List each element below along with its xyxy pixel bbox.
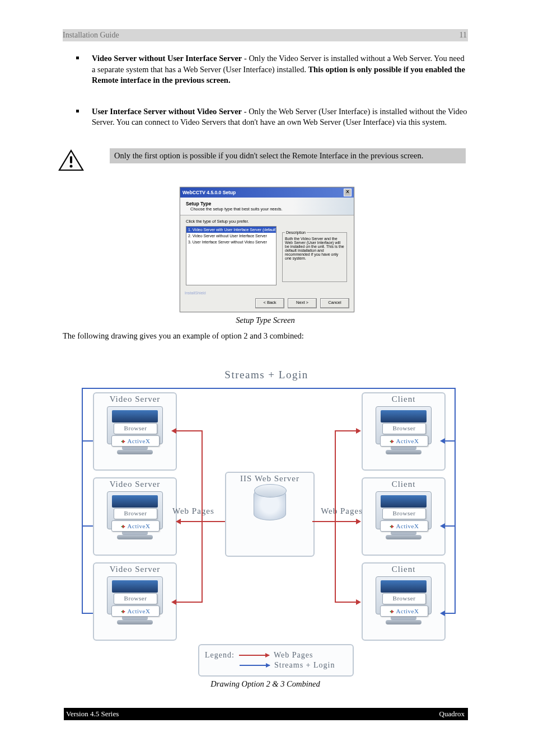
arrow-icon [171, 599, 176, 605]
header-bar [63, 29, 468, 41]
connector-line [444, 613, 456, 614]
svg-rect-1 [70, 156, 72, 163]
setup-window: WebCCTV 4.5.0.0 Setup X Setup Type Choos… [180, 187, 354, 312]
legend-box: Legend: Web Pages Streams + Login [198, 644, 354, 677]
arrow-icon [440, 438, 445, 444]
header-page-number: 11 [460, 31, 467, 40]
connector-line [455, 388, 456, 442]
header-left: Installation Guide [63, 31, 119, 40]
setup-option-selected[interactable]: 1. Video Server with User Interface Serv… [186, 227, 276, 233]
browser-tag: Browser [114, 423, 157, 434]
activex-label: ActiveX [396, 608, 419, 614]
setup-desc-title: Description [285, 231, 307, 234]
bullet-label: User Interface Server without Video Serv… [92, 107, 242, 116]
close-icon[interactable]: X [344, 189, 352, 196]
setup-titlebar: WebCCTV 4.5.0.0 Setup X [180, 187, 354, 198]
panel-title: Video Server [94, 393, 176, 404]
legend-streams: Streams + Login [274, 661, 335, 670]
video-server-panel: Video Server Browser ActiveX [93, 562, 177, 641]
activex-arrow-icon [121, 439, 126, 444]
activex-label: ActiveX [128, 608, 151, 614]
legend-line-blue [240, 665, 270, 666]
panel-title: Client [363, 478, 444, 489]
bullet-item: Video Server without User Interface Serv… [63, 53, 468, 86]
panel-title: Video Server [94, 564, 176, 574]
connector-line [335, 430, 336, 603]
monitor-icon: Browser ActiveX [107, 576, 163, 637]
main-content: Video Server without User Interface Serv… [63, 53, 468, 163]
setup-desc-body: Both the Video Server and the Web Server… [285, 237, 344, 260]
activex-label: ActiveX [128, 438, 151, 444]
setup-brand: InstallShield [185, 291, 206, 295]
svg-point-2 [70, 165, 73, 167]
setup-type-subheading: Choose the setup type that best suits yo… [190, 206, 348, 212]
browser-tag: Browser [114, 593, 157, 604]
arrow-icon [356, 599, 361, 605]
connector-line [176, 430, 203, 431]
setup-title-text: WebCCTV 4.5.0.0 Setup [182, 190, 236, 195]
setup-option[interactable]: 3. User Interface Server without Video S… [186, 239, 276, 245]
connector-line [82, 388, 83, 442]
connector-line [180, 521, 225, 522]
setup-caption: Setup Type Screen [63, 316, 468, 325]
activex-arrow-icon [390, 609, 395, 614]
client-panel: Client Browser ActiveX [362, 562, 446, 641]
cancel-button[interactable]: Cancel [320, 298, 349, 308]
bullet-item: User Interface Server without Video Serv… [63, 106, 468, 128]
connector-line [82, 440, 93, 442]
connector-line [455, 440, 456, 614]
setup-prompt: Click the type of Setup you prefer. [186, 219, 348, 224]
monitor-icon: Browser ActiveX [376, 576, 432, 637]
client-panel: Client Browser ActiveX [362, 392, 446, 471]
setup-type-heading: Setup Type [186, 201, 348, 206]
arrow-icon [176, 519, 181, 524]
paragraph: The following drawing gives you an examp… [63, 330, 468, 341]
activex-label: ActiveX [396, 523, 419, 529]
activex-label: ActiveX [396, 438, 419, 444]
arrow-icon [440, 523, 445, 529]
video-server-panel: Video Server Browser ActiveX [93, 392, 177, 471]
legend-label: Legend: [205, 651, 235, 660]
browser-tag: Browser [382, 593, 426, 604]
arrow-icon [356, 428, 361, 434]
arrow-icon [171, 428, 176, 434]
panel-title: Video Server [94, 478, 176, 489]
diagram-title: Streams + Login [72, 369, 461, 381]
activex-tag: ActiveX [380, 605, 428, 617]
warning-icon [58, 149, 84, 172]
note-row: Only the first option is possible if you… [63, 148, 468, 164]
setup-body: Click the type of Setup you prefer. 1. V… [180, 215, 354, 285]
monitor-icon: Browser ActiveX [376, 491, 432, 552]
activex-tag: ActiveX [111, 520, 160, 532]
next-button[interactable]: Next > [288, 298, 317, 308]
connector-line [82, 440, 83, 614]
activex-arrow-icon [121, 524, 126, 529]
setup-header: Setup Type Choose the setup type that be… [180, 198, 354, 215]
architecture-diagram: Streams + Login Video Server Browser Act… [72, 373, 461, 673]
connector-line [82, 525, 93, 527]
activex-tag: ActiveX [380, 435, 428, 447]
activex-label: ActiveX [128, 523, 151, 529]
web-pages-label: Web Pages [321, 506, 363, 516]
connector-line [82, 388, 456, 389]
monitor-icon: Browser ActiveX [107, 491, 163, 552]
note-box: Only the first option is possible if you… [110, 148, 466, 164]
server-icon [249, 488, 291, 530]
connector-line [444, 525, 456, 527]
activex-arrow-icon [121, 609, 126, 614]
panel-title: IIS Web Server [226, 473, 313, 483]
activex-tag: ActiveX [111, 435, 160, 447]
setup-option[interactable]: 2. Video Server without User Interface S… [186, 233, 276, 239]
back-button[interactable]: < Back [255, 298, 284, 308]
browser-tag: Browser [382, 423, 426, 434]
panel-title: Client [363, 564, 444, 574]
connector-line [176, 602, 203, 603]
connector-line [335, 430, 357, 431]
arrow-icon [440, 611, 445, 616]
activex-tag: ActiveX [111, 605, 160, 617]
web-pages-label: Web Pages [172, 506, 214, 516]
activex-arrow-icon [390, 439, 395, 444]
connector-line [444, 440, 456, 442]
monitor-icon: Browser ActiveX [107, 406, 163, 467]
setup-option-list[interactable]: 1. Video Server with User Interface Serv… [186, 226, 277, 285]
